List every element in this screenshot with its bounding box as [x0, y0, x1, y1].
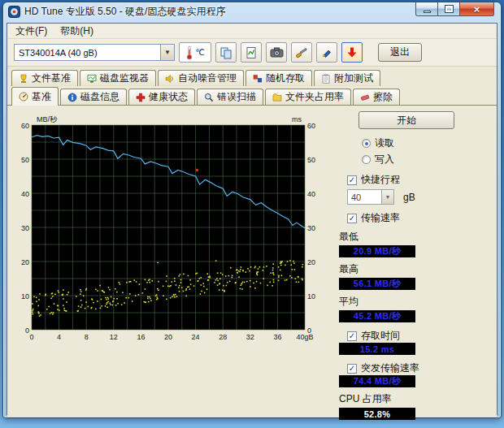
- screenshot-button[interactable]: [266, 42, 287, 63]
- benchmark-chart-area: 6060505040403030202010100004812162024283…: [11, 114, 331, 361]
- menu-help[interactable]: 帮助(H): [54, 23, 100, 40]
- svg-text:4: 4: [57, 333, 61, 341]
- write-option[interactable]: 写入: [362, 153, 497, 166]
- download-arrow-icon: [346, 46, 358, 58]
- titlebar[interactable]: HD Tune 专业版 5.50 - 硬盘/固态硬盘实用程序 ×: [3, 2, 501, 21]
- options-button[interactable]: [291, 42, 312, 63]
- tab-random-access[interactable]: 随机存取: [245, 70, 312, 86]
- svg-text:30: 30: [307, 224, 315, 232]
- tab-benchmark[interactable]: 基准: [11, 87, 59, 106]
- drive-selector[interactable]: ST340014A (40 gB) ▼: [14, 44, 175, 61]
- svg-text:50: 50: [307, 156, 315, 164]
- benchmark-panel: 开始 读取 写入 ✓ 快捷行程 40 ▼: [334, 109, 497, 420]
- start-button[interactable]: 开始: [358, 111, 454, 129]
- checkbox-icon: ✓: [347, 214, 357, 223]
- shortstroke-size-select[interactable]: 40 ▼: [347, 189, 394, 205]
- tab-label: 磁盘监视器: [100, 71, 149, 85]
- random-blocks-icon: [253, 74, 263, 84]
- svg-text:20: 20: [21, 258, 29, 266]
- tab-strip-lower: 基准 磁盘信息 健康状态 错: [7, 86, 497, 105]
- min-label: 最低: [339, 230, 497, 244]
- app-window: HD Tune 专业版 5.50 - 硬盘/固态硬盘实用程序 × 文件(F) 帮…: [2, 2, 502, 418]
- health-cross-icon: [136, 93, 146, 102]
- shortstroke-size-row: 40 ▼ gB: [334, 189, 497, 205]
- svg-text:24: 24: [192, 333, 200, 341]
- tab-folder-usage[interactable]: 文件夹占用率: [265, 89, 351, 105]
- cpu-usage-value: 52.8%: [339, 408, 415, 420]
- access-time-label: 存取时间: [361, 329, 400, 343]
- min-value: 20.9 MB/秒: [339, 245, 415, 257]
- read-label: 读取: [375, 136, 394, 150]
- transfer-rate-option[interactable]: ✓ 传输速率: [347, 211, 497, 225]
- svg-text:60: 60: [307, 122, 315, 130]
- transfer-rate-label: 传输速率: [361, 211, 400, 225]
- burst-rate-option[interactable]: ✓ 突发传输速率: [347, 361, 497, 375]
- checkbox-icon: ✓: [347, 364, 357, 374]
- thermometer-icon: [185, 45, 193, 60]
- access-time-option[interactable]: ✓ 存取时间: [347, 329, 497, 343]
- maximize-button[interactable]: [438, 2, 460, 16]
- svg-text:16: 16: [137, 333, 145, 341]
- exit-button[interactable]: 退出: [378, 43, 422, 62]
- close-button[interactable]: ×: [460, 2, 494, 16]
- svg-text:50: 50: [21, 156, 29, 164]
- minimize-icon: [424, 11, 431, 13]
- tab-label: 基准: [32, 90, 51, 104]
- update-button[interactable]: [341, 42, 363, 63]
- svg-text:32: 32: [246, 333, 254, 341]
- tab-aam[interactable]: 自动噪音管理: [158, 70, 244, 86]
- radio-icon: [362, 155, 371, 164]
- svg-text:40: 40: [307, 190, 315, 198]
- burst-rate-label: 突发传输速率: [361, 361, 419, 375]
- max-label: 最高: [339, 262, 497, 276]
- svg-text:10: 10: [21, 292, 29, 300]
- menubar: 文件(F) 帮助(H): [7, 24, 497, 39]
- svg-text:40: 40: [21, 190, 29, 198]
- svg-text:30: 30: [21, 224, 29, 232]
- benchmark-chart: 6060505040403030202010100004812162024283…: [11, 114, 331, 361]
- drive-selector-value: ST340014A (40 gB): [15, 48, 160, 58]
- window-body: 文件(F) 帮助(H) ST340014A (40 gB) ▼ ℃: [7, 23, 497, 415]
- svg-text:ms: ms: [292, 115, 302, 123]
- tab-error-scan[interactable]: 错误扫描: [197, 89, 263, 105]
- tab-label: 自动噪音管理: [178, 71, 237, 85]
- save-report-button[interactable]: [241, 42, 262, 63]
- svg-text:MB/秒: MB/秒: [37, 115, 58, 123]
- tab-health[interactable]: 健康状态: [128, 89, 195, 105]
- checkbox-icon: ✓: [347, 331, 357, 341]
- tab-label: 附加测试: [334, 71, 373, 85]
- tab-label: 随机存取: [266, 71, 305, 85]
- speaker-icon: [165, 74, 175, 84]
- minimize-button[interactable]: [415, 2, 438, 16]
- tab-label: 文件夹占用率: [285, 90, 344, 104]
- svg-text:0: 0: [29, 333, 33, 341]
- tab-file-benchmark[interactable]: 文件基准: [11, 70, 78, 86]
- magnifier-icon: [204, 93, 214, 102]
- temperature-button[interactable]: ℃: [179, 42, 211, 63]
- copy-results-button[interactable]: [215, 42, 237, 63]
- avg-value: 45.2 MB/秒: [339, 310, 415, 322]
- menu-file[interactable]: 文件(F): [9, 23, 54, 40]
- shortstroke-option[interactable]: ✓ 快捷行程: [347, 173, 497, 187]
- read-option[interactable]: 读取: [362, 136, 497, 150]
- avg-label: 平均: [339, 295, 497, 309]
- tab-disk-monitor[interactable]: 磁盘监视器: [80, 70, 156, 86]
- chevron-down-icon: ▼: [160, 45, 174, 60]
- temperature-unit-label: ℃: [195, 48, 204, 57]
- clipboard-icon: [321, 74, 331, 84]
- report-icon: [245, 46, 258, 59]
- folder-icon: [272, 93, 282, 102]
- shortstroke-unit-label: gB: [403, 192, 415, 203]
- tab-extra-tests[interactable]: 附加测试: [314, 70, 380, 86]
- camera-icon: [270, 46, 284, 58]
- tab-strip-upper: 文件基准 磁盘监视器 自动噪音管理: [7, 67, 497, 86]
- svg-text:20: 20: [307, 258, 315, 266]
- burst-rate-value: 74.4 MB/秒: [339, 375, 415, 387]
- svg-text:36: 36: [273, 333, 281, 341]
- svg-text:60: 60: [21, 122, 29, 130]
- svg-text:10: 10: [307, 292, 315, 300]
- tab-disk-info[interactable]: 磁盘信息: [60, 89, 127, 105]
- copy-icon: [219, 46, 232, 59]
- tab-erase[interactable]: 擦除: [353, 89, 400, 105]
- annotate-button[interactable]: [316, 42, 337, 63]
